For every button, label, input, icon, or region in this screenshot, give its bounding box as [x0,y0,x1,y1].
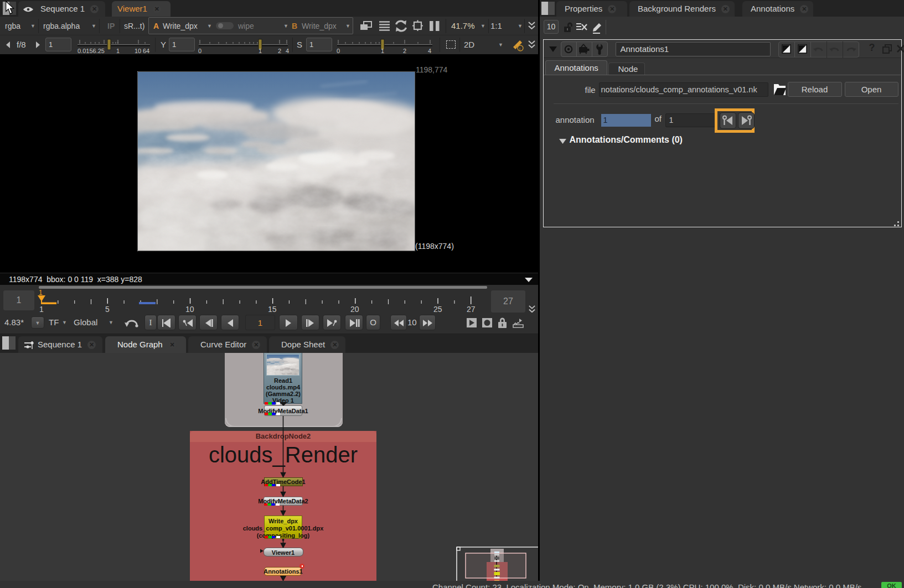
svg-text:4: 4 [286,48,289,54]
svg-text:0: 0 [337,48,340,54]
svg-text:1: 1 [39,305,44,313]
svg-text:2: 2 [403,48,406,54]
svg-text:10: 10 [185,305,194,313]
svg-text:64: 64 [143,48,149,54]
svg-text:2: 2 [278,48,281,54]
svg-text:1: 1 [259,48,262,54]
svg-text:4: 4 [428,48,431,54]
svg-text:1: 1 [39,289,43,296]
svg-text:20: 20 [350,305,359,313]
svg-text:10: 10 [135,48,141,54]
svg-text:1: 1 [381,48,384,54]
svg-text:15: 15 [268,305,277,313]
svg-text:5: 5 [105,305,110,313]
svg-text:27: 27 [467,305,476,313]
svg-text:0.0156.25: 0.0156.25 [78,48,105,54]
svg-text:25: 25 [433,305,442,313]
svg-text:1: 1 [116,48,120,54]
svg-text:0: 0 [198,48,202,54]
svg-text:i: i [519,46,520,51]
